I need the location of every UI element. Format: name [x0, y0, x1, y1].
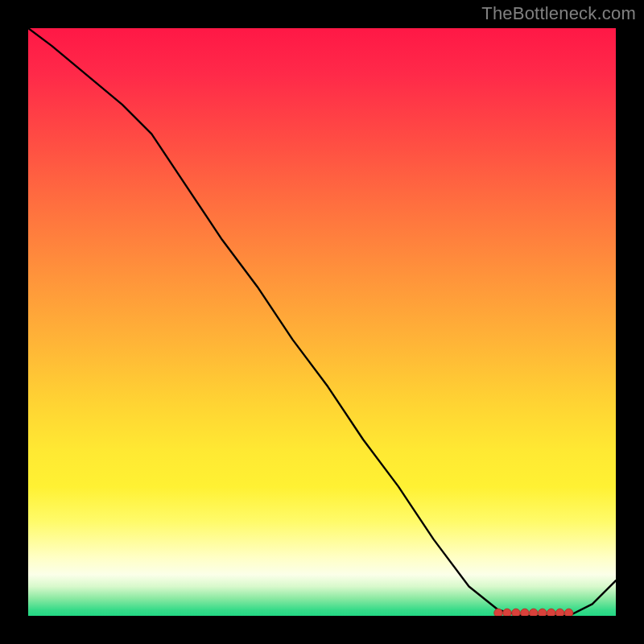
- valley-markers: [494, 609, 573, 616]
- bottleneck-curve: [28, 28, 616, 616]
- valley-marker: [564, 609, 572, 616]
- valley-marker: [530, 609, 538, 616]
- chart-frame: TheBottleneck.com: [0, 0, 644, 644]
- valley-marker: [494, 609, 502, 616]
- valley-marker: [547, 609, 555, 616]
- valley-marker: [555, 609, 564, 616]
- valley-marker: [521, 609, 529, 616]
- chart-svg: [28, 28, 616, 616]
- valley-marker: [512, 609, 520, 616]
- attribution-label: TheBottleneck.com: [481, 3, 636, 24]
- valley-marker: [503, 609, 511, 616]
- plot-area: [28, 28, 616, 616]
- valley-marker: [539, 609, 547, 616]
